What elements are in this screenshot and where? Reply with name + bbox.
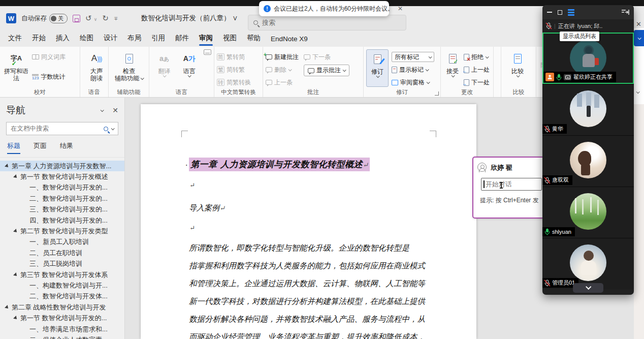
nav-tab-results[interactable]: 结果 (60, 141, 73, 154)
participant-tile[interactable]: shlyuan (542, 187, 634, 238)
nav-search-chevron-icon[interactable] (111, 127, 115, 130)
tab-view[interactable]: 视图 (218, 30, 242, 47)
tree-item[interactable]: 一、新员工入职培训 (0, 237, 124, 248)
chapter-heading[interactable]: 第一章 人力资源培训与开发数智化转型概述↵ (189, 158, 370, 171)
screen: W 自动保存 关 ↺ ∨ ↻ ∓ 数智化培训与开发（前八章） ∨ 搜索 ✕ ! … (0, 0, 644, 339)
tree-item[interactable]: 一、培养满足市场需求和... (0, 324, 124, 334)
keyboard-icon[interactable] (204, 49, 211, 55)
nav-search-box[interactable] (6, 122, 118, 135)
quick-access-chevron-icon[interactable]: ∓ (114, 16, 118, 21)
autosave-toggle-dot (51, 16, 56, 21)
tab-design[interactable]: 设计 (99, 30, 122, 47)
tab-mailings[interactable]: 邮件 (170, 30, 194, 47)
next-change-button[interactable]: →下一处 (464, 77, 490, 87)
tab-layout[interactable]: 布局 (122, 30, 146, 47)
nav-chevron-icon[interactable] (101, 108, 104, 112)
tracking-dialog-launcher-icon[interactable] (435, 91, 439, 96)
window-close-icon[interactable]: ✕ (636, 20, 641, 28)
traditional-to-simplified-button[interactable]: 简繁转简 (217, 52, 260, 62)
restore-icon[interactable] (558, 10, 562, 15)
tab-insert[interactable]: 插入 (51, 30, 75, 47)
delete-comment-icon (266, 67, 272, 72)
tree-item[interactable]: 第一章 人力资源培训与开发数智... (0, 161, 124, 171)
translate-button[interactable]: aあ 翻译 (152, 49, 177, 77)
compare-button[interactable]: 比较 (504, 49, 531, 77)
thesaurus-button[interactable]: 同义词库 (32, 52, 66, 62)
minimize-icon[interactable] (547, 12, 552, 13)
convert-button[interactable]: 转简繁转换 (217, 77, 260, 87)
reviewing-pane-button[interactable]: 审阅窗格 (392, 77, 434, 87)
nav-close-icon[interactable]: ✕ (112, 106, 118, 114)
previous-comment-button[interactable]: 上一条 (266, 77, 299, 87)
tree-item[interactable]: 三、数智化培训与开发的... (0, 204, 124, 215)
check-accessibility-button[interactable]: 检查 辅助功能 (111, 49, 147, 82)
member-list-icon[interactable] (568, 9, 574, 16)
undo-icon[interactable]: ↺ ∨ (85, 14, 97, 23)
tree-item[interactable]: 第二章 战略性数智化培训与开发 (0, 302, 124, 313)
tree-item[interactable]: 二、促使企业人才数字素... (0, 334, 124, 339)
redo-icon[interactable]: ↻ (102, 14, 109, 23)
tree-item[interactable]: 一、数智化培训与开发的... (0, 182, 124, 193)
show-markup-button[interactable]: 显示标记 (392, 65, 434, 75)
word-count-button[interactable]: 123字数统计 (32, 72, 66, 82)
tree-item[interactable]: 二、员工在职培训 (0, 248, 124, 258)
case-label[interactable]: 导入案例↵ (189, 203, 225, 213)
nav-search-input[interactable] (11, 125, 101, 132)
tab-draw[interactable]: 绘图 (75, 30, 99, 47)
tree-item[interactable]: 第二节 数智化培训与开发类型 (0, 226, 124, 236)
track-changes-button[interactable]: 修订 (366, 49, 389, 87)
pilcrow-mark: ↵ (189, 224, 195, 232)
delete-comment-button[interactable]: 删除 (266, 65, 299, 75)
share-button-edge[interactable] (634, 30, 644, 46)
group-language: aあ 翻译 A가 语言 语言 (149, 47, 214, 97)
simplified-to-traditional-button[interactable]: 繁简转繁 (217, 65, 260, 75)
tree-item[interactable]: 二、数智化培训与开发的... (0, 193, 124, 204)
nav-tab-pages[interactable]: 页面 (34, 141, 47, 154)
reject-button[interactable]: ✕拒绝 (464, 52, 490, 62)
tree-item[interactable]: 四、数智化培训与开发的... (0, 215, 124, 226)
collapse-tiles-button[interactable] (573, 283, 603, 293)
tree-item[interactable]: 三、员工脱岗培训 (0, 259, 124, 269)
body-paragraph[interactable]: 所谓数智化，即数字化转型与智能化升级。企业的数智化转型是 指掌握和利用数字科技为… (189, 239, 430, 339)
tree-item[interactable]: 第三节 数智化培训与开发体系 (0, 269, 124, 280)
spelling-grammar-button[interactable]: 字A✓ 拼写和语法 (3, 49, 30, 82)
tab-home[interactable]: 开始 (27, 30, 51, 47)
document-page[interactable]: · 第一章 人力资源培训与开发数智化转型概述↵ ↵ 导入案例↵ ↵ 所谓数智化，… (141, 104, 476, 339)
participant-tile[interactable]: 管理员01 (542, 238, 634, 289)
participant-tile[interactable]: 黄华 (542, 84, 634, 135)
autosave-state: 关 (58, 15, 63, 22)
read-aloud-button[interactable]: A))) 大声朗读 (83, 49, 110, 82)
markup-dropdown[interactable]: 所有标记 (392, 52, 434, 62)
toast-close-icon[interactable]: ✕ (398, 5, 403, 12)
tab-file[interactable]: 文件 (3, 30, 27, 47)
meeting-panel-header[interactable] (542, 5, 634, 19)
previous-change-button[interactable]: ←上一处 (464, 65, 490, 75)
tab-help[interactable]: 帮助 (242, 30, 266, 47)
collapse-panel-icon[interactable] (621, 9, 629, 15)
tab-references[interactable]: 引用 (146, 30, 170, 47)
comment-input[interactable] (481, 178, 542, 191)
tree-item[interactable]: 第一节 数智化培训与开发的... (0, 313, 124, 323)
new-comment-button[interactable]: 新建批注 (266, 52, 299, 62)
comment-input-field[interactable] (486, 180, 539, 188)
tree-item[interactable]: 第一节 数智化培训与开发概述 (0, 171, 124, 182)
participant-tile[interactable]: 唐双双 (542, 135, 634, 187)
tree-item[interactable]: 二、数智化培训与开发体... (0, 291, 124, 302)
tab-endnote[interactable]: EndNote X9 (266, 32, 313, 47)
autosave-toggle[interactable]: 自动保存 关 (21, 14, 68, 23)
pane-chevron-icon[interactable] (636, 90, 640, 94)
save-icon[interactable] (73, 15, 80, 22)
group-proofing: 字A✓ 拼写和语法 同义词库 123字数统计 校对 (0, 47, 80, 97)
tab-review[interactable]: 审阅 (194, 30, 218, 47)
nav-tab-headings[interactable]: 标题 (7, 141, 20, 154)
show-comments-button[interactable]: 显示批注 (304, 65, 349, 76)
document-title[interactable]: 数智化培训与开发（前八章） ∨ (141, 6, 238, 30)
language-button[interactable]: A가 语言 (177, 49, 202, 77)
accept-button[interactable]: ✓ 接受 (443, 49, 462, 87)
avatar (570, 40, 606, 76)
next-comment-button[interactable]: 下一条 (304, 52, 349, 62)
avatar (570, 90, 606, 127)
search-box[interactable]: 搜索 (248, 15, 406, 30)
previous-change-icon: ← (464, 67, 469, 73)
tree-item[interactable]: 一、构建数智化培训与开... (0, 280, 124, 291)
